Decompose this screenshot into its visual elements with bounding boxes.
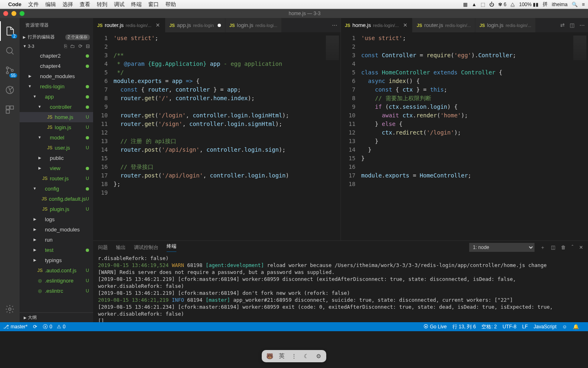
editor-tab[interactable]: JSlogin.jsredis-logi... (225, 18, 282, 32)
close-tab-icon[interactable]: ✕ (155, 22, 161, 28)
status-eol[interactable]: LF (522, 324, 528, 330)
tree-folder[interactable]: ▼config (20, 184, 93, 194)
dock-input-icon[interactable]: 英 (278, 352, 285, 360)
code-editor-right[interactable]: 123456789101112131415161718 'use strict'… (341, 32, 588, 240)
dock-moon-icon[interactable]: ☾ (303, 352, 310, 360)
close-tab-icon[interactable]: ✕ (402, 22, 408, 28)
menubar-user[interactable]: itheima (552, 2, 568, 7)
editor-tab[interactable]: JShome.jsredis-login/...✕ (341, 18, 413, 32)
menubar-list-icon[interactable]: ≡ (582, 2, 585, 7)
panel-tab-problems[interactable]: 问题 (98, 244, 108, 251)
terminal-selector[interactable]: 1: node (469, 243, 535, 252)
tree-file[interactable]: ◎.eslintrcU (20, 286, 93, 296)
chevron-up-icon[interactable]: ˆ (572, 245, 573, 250)
tree-file[interactable]: ◎.eslintignoreU (20, 276, 93, 286)
minimap[interactable] (324, 32, 341, 240)
menubar-battery-icon[interactable]: 100% ▮▮ (519, 2, 539, 7)
status-sync[interactable]: ⟳ (33, 324, 37, 330)
menubar-icon[interactable]: ⬚ (481, 2, 485, 7)
search-icon[interactable] (0, 41, 20, 61)
open-editors-header[interactable]: ▶ 打开的编辑器 2 个未保存 (20, 32, 93, 42)
split-terminal-icon[interactable]: ◫ (551, 245, 555, 250)
menubar-search-icon[interactable]: 🔍 (572, 2, 578, 7)
tree-file[interactable]: JSconfig.default.jsU (20, 194, 93, 204)
tree-file[interactable]: JShome.jsU (20, 112, 93, 122)
status-bell-icon[interactable]: 🔔 (573, 324, 579, 330)
extensions-icon[interactable] (0, 100, 20, 119)
status-encoding[interactable]: UTF-8 (503, 324, 517, 330)
compare-icon[interactable]: ⇄ (560, 22, 565, 28)
panel-tab-output[interactable]: 输出 (116, 244, 126, 251)
tree-folder[interactable]: ▶typings (20, 255, 93, 265)
status-feedback-icon[interactable]: ☺ (562, 324, 567, 330)
dock-icon[interactable]: ⋮ (290, 352, 298, 360)
menubar-icon[interactable]: ▦ (463, 2, 468, 7)
mac-menu-edit[interactable]: 编辑 (45, 1, 56, 8)
mac-menu-debug[interactable]: 调试 (114, 1, 125, 8)
mac-app-name[interactable]: Code (8, 1, 22, 7)
tree-folder[interactable]: ▼app (20, 92, 93, 102)
status-golive[interactable]: ⦿ Go Live (423, 324, 447, 330)
menubar-wifi-icon[interactable]: ⧋ (510, 2, 515, 7)
new-folder-icon[interactable]: 🗀 (70, 43, 75, 49)
menubar-input-icon[interactable]: 拼 (543, 1, 548, 8)
mac-menu-file[interactable]: 文件 (28, 1, 39, 8)
tree-folder[interactable]: chapter2 (20, 51, 93, 61)
dock-gear-icon[interactable]: ⚙ (315, 352, 322, 360)
refresh-icon[interactable]: ⟳ (78, 43, 82, 49)
collapse-icon[interactable]: ⊟ (86, 43, 90, 49)
menubar-wechat-icon[interactable]: ✾ 6 (498, 2, 506, 7)
tree-folder[interactable]: ▼model (20, 132, 93, 143)
tree-folder[interactable]: ▼redis-login (20, 81, 93, 92)
mac-menu-window[interactable]: 窗口 (148, 1, 159, 8)
explorer-icon[interactable]: 2 (0, 21, 20, 41)
folder-root-header[interactable]: ▼ 3-3 ⎘ 🗀 ⟳ ⊟ (20, 42, 93, 51)
status-spaces[interactable]: 空格: 2 (481, 323, 497, 330)
tree-folder[interactable]: ▶node_modules (20, 224, 93, 235)
close-window-button[interactable] (3, 11, 8, 16)
new-terminal-icon[interactable]: ＋ (540, 244, 545, 251)
tree-folder[interactable]: ▶run (20, 235, 93, 245)
outline-header[interactable]: ▶ 大纲 (20, 312, 93, 322)
tree-file[interactable]: JSrouter.jsU (20, 173, 93, 184)
tree-folder[interactable]: ▼controller (20, 102, 93, 112)
editor-tab[interactable]: JSlogin.jsredis-login/... (475, 18, 536, 32)
editor-tab[interactable]: JSapp.jsredis-login (165, 18, 225, 32)
code-editor-left[interactable]: 12345678910111213141516171819 'use stric… (93, 32, 341, 240)
terminal-output[interactable]: r.disableRefork: false)2019-08-15 13:46:… (93, 254, 588, 322)
tree-folder[interactable]: ▶test (20, 245, 93, 255)
tree-file[interactable]: JSuser.jsU (20, 143, 93, 153)
tree-file[interactable]: JSlogin.jsU (20, 122, 93, 132)
trash-icon[interactable]: 🗑 (561, 245, 566, 250)
mac-menu-terminal[interactable]: 终端 (131, 1, 142, 8)
tree-folder[interactable]: ▶view (20, 163, 93, 173)
tree-file[interactable]: JS.autod.conf.jsU (20, 265, 93, 276)
tree-folder[interactable]: ▶public (20, 153, 93, 163)
minimize-window-button[interactable] (11, 11, 16, 16)
status-lang[interactable]: JavaScript (534, 324, 557, 330)
dock-icon[interactable]: 🐻 (266, 352, 273, 360)
new-file-icon[interactable]: ⎘ (64, 43, 67, 49)
debug-icon[interactable] (0, 80, 20, 100)
tree-folder[interactable]: ▶node_modules (20, 71, 93, 81)
panel-tab-terminal[interactable]: 终端 (167, 243, 176, 252)
mac-menu-view[interactable]: 查看 (80, 1, 90, 8)
mac-menu-select[interactable]: 选择 (62, 1, 73, 8)
close-panel-icon[interactable]: ✕ (579, 245, 583, 250)
more-icon[interactable]: ⋯ (579, 22, 585, 28)
source-control-icon[interactable]: 55 (0, 61, 20, 80)
zoom-window-button[interactable] (20, 11, 24, 16)
status-lncol[interactable]: 行 13, 列 6 (452, 323, 476, 330)
settings-gear-icon[interactable] (0, 299, 20, 319)
tree-file[interactable]: JSplugin.jsU (20, 204, 93, 214)
more-icon[interactable]: ⋯ (332, 22, 337, 28)
status-problems[interactable]: ⓧ 0 ⚠ 0 (43, 323, 65, 330)
split-icon[interactable]: ◫ (570, 22, 575, 28)
minimap[interactable] (572, 32, 588, 240)
menubar-icon[interactable]: ▲ (472, 2, 477, 7)
panel-tab-debug[interactable]: 调试控制台 (134, 244, 158, 251)
status-branch[interactable]: ⎇ master* (3, 324, 27, 330)
mac-menu-help[interactable]: 帮助 (165, 1, 176, 8)
tree-folder[interactable]: chapter4 (20, 61, 93, 71)
mac-menu-goto[interactable]: 转到 (97, 1, 107, 8)
